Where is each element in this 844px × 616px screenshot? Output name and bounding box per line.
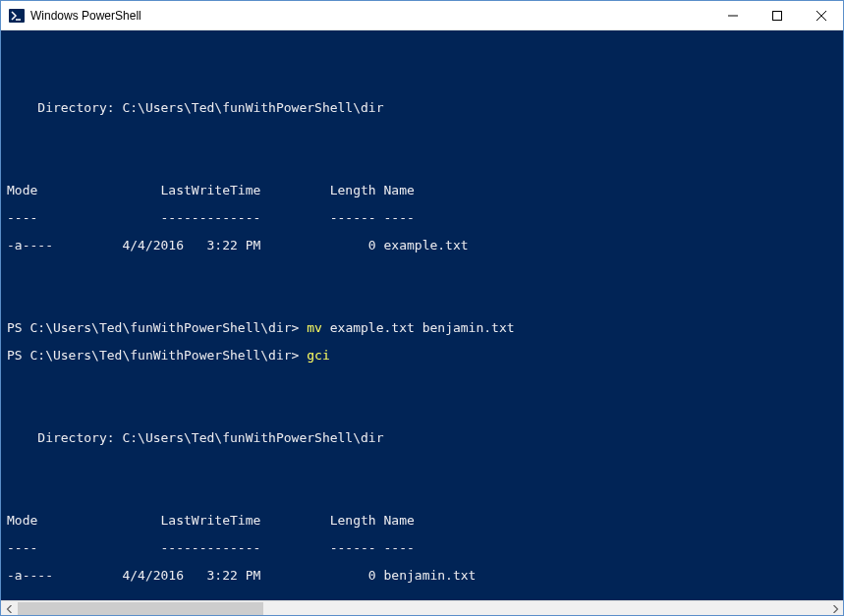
prompt-suffix: > [292,320,300,335]
prompt-path: C:\Users\Ted\funWithPowerShell\dir [29,320,291,335]
prompt-prefix: PS [7,348,29,363]
blank-line [7,486,843,500]
blank-line [7,459,843,473]
prompt-suffix: > [292,348,300,363]
scrollbar-thumb[interactable] [18,602,263,616]
titlebar[interactable]: Windows PowerShell [1,1,843,30]
terminal-output[interactable]: Directory: C:\Users\Ted\funWithPowerShel… [1,30,843,600]
command-args: example.txt benjamin.txt [322,320,515,335]
powershell-icon [9,8,25,24]
list-item: -a---- 4/4/2016 3:22 PM 0 example.txt [7,239,843,252]
directory-line: Directory: C:\Users\Ted\funWithPowerShel… [7,431,843,445]
minimize-button[interactable] [710,1,755,29]
blank-line [7,156,843,170]
blank-line [7,266,843,280]
prompt-prefix: PS [7,320,29,335]
prompt-line: PS C:\Users\Ted\funWithPowerShell\dir> g… [7,349,843,363]
column-header: Mode LastWriteTime Length Name [7,184,843,197]
scroll-left-button[interactable] [1,601,18,616]
blank-line [7,294,843,308]
blank-line [7,46,843,60]
svg-rect-3 [772,11,781,20]
command: gci [307,348,329,363]
window-title: Windows PowerShell [30,9,141,23]
maximize-button[interactable] [755,1,799,29]
prompt-path: C:\Users\Ted\funWithPowerShell\dir [29,348,291,363]
directory-line: Directory: C:\Users\Ted\funWithPowerShel… [7,101,843,115]
prompt-line: PS C:\Users\Ted\funWithPowerShell\dir> m… [7,321,843,335]
close-button[interactable] [799,1,843,29]
scrollbar-track[interactable] [18,601,826,616]
column-header: Mode LastWriteTime Length Name [7,514,843,528]
column-separator: ---- ------------- ------ ---- [7,211,843,225]
scroll-right-button[interactable] [826,601,843,616]
command: mv [307,320,322,335]
column-separator: ---- ------------- ------ ---- [7,541,843,555]
blank-line [7,376,843,390]
horizontal-scrollbar[interactable] [1,600,843,616]
blank-line [7,74,843,87]
list-item: -a---- 4/4/2016 3:22 PM 0 benjamin.txt [7,569,843,583]
blank-line [7,404,843,418]
blank-line [7,129,843,142]
